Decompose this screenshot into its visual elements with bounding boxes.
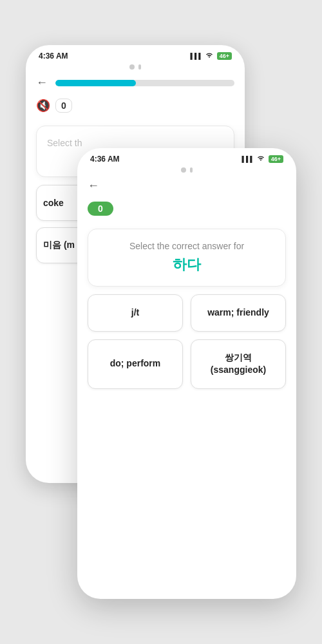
front-time: 4:36 AM	[90, 155, 120, 164]
back-speaker-icon: 🔇	[36, 99, 50, 113]
front-wifi-icon	[257, 155, 265, 163]
back-app-header: ←	[26, 73, 245, 95]
front-answer-grid: j/t warm; friendly do; perform 쌍기역 (ssan…	[77, 294, 296, 389]
back-notch	[26, 63, 245, 73]
scene: 4:36 AM ▌▌▌ 46+ ← 🔇	[26, 45, 296, 599]
back-progress-container	[55, 80, 234, 86]
back-back-arrow[interactable]: ←	[36, 76, 48, 90]
back-progress-fill	[55, 80, 136, 86]
front-answer-1[interactable]: j/t	[88, 294, 183, 332]
front-answer-4[interactable]: 쌍기역 (ssanggieok)	[191, 339, 286, 389]
front-question-card: Select the correct answer for 하다	[88, 229, 286, 287]
front-question-word: 하다	[99, 255, 275, 274]
front-sensor	[190, 167, 193, 173]
front-answer-2[interactable]: warm; friendly	[191, 294, 286, 332]
front-answer-3[interactable]: do; perform	[88, 339, 183, 389]
front-status-bar: 4:36 AM ▌▌▌ 46+	[77, 148, 296, 166]
back-wifi-icon	[205, 52, 213, 60]
back-status-icons: ▌▌▌ 46+	[191, 52, 232, 60]
back-battery: 46+	[217, 52, 232, 60]
front-back-arrow[interactable]: ←	[88, 179, 99, 193]
front-score-row: 0	[77, 198, 296, 223]
front-notch	[77, 166, 296, 176]
phone-front: 4:36 AM ▌▌▌ 46+ ← 0 Select	[77, 148, 296, 599]
front-battery: 46+	[269, 155, 283, 163]
front-signal-icon: ▌▌▌	[242, 156, 254, 162]
back-camera	[129, 64, 135, 70]
back-question-label: Select th	[47, 138, 223, 148]
back-score-row: 🔇 0	[26, 95, 245, 120]
front-status-icons: ▌▌▌ 46+	[242, 155, 283, 163]
back-score-badge: 0	[55, 99, 72, 113]
front-camera	[181, 167, 186, 173]
back-time: 4:36 AM	[39, 52, 68, 61]
front-app-header: ←	[77, 176, 296, 198]
front-score-badge: 0	[88, 202, 113, 216]
back-sensor	[138, 64, 141, 70]
back-signal-icon: ▌▌▌	[191, 53, 203, 59]
front-question-label: Select the correct answer for	[99, 241, 275, 251]
back-status-bar: 4:36 AM ▌▌▌ 46+	[26, 45, 245, 63]
